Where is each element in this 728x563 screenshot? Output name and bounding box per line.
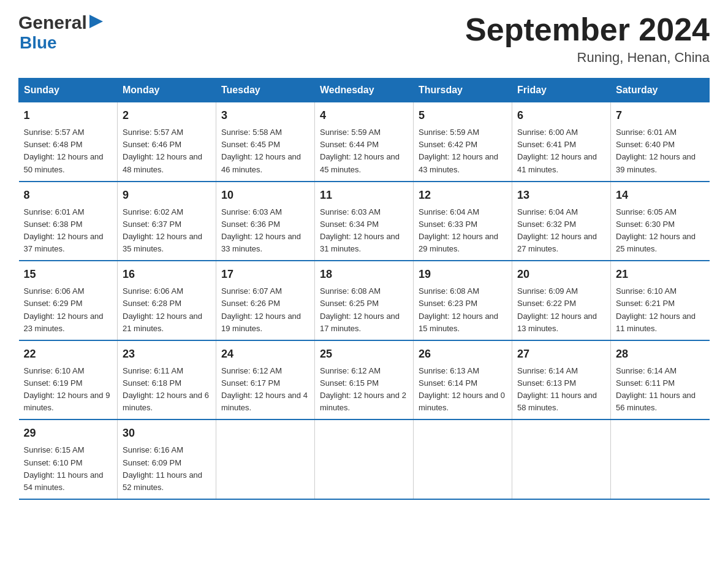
calendar-week-row: 22 Sunrise: 6:10 AMSunset: 6:19 PMDaylig… [19, 340, 710, 420]
day-number: 21 [616, 266, 705, 283]
table-row: 1 Sunrise: 5:57 AMSunset: 6:48 PMDayligh… [19, 102, 118, 182]
day-info: Sunrise: 6:14 AMSunset: 6:11 PMDaylight:… [616, 366, 696, 412]
table-row: 12 Sunrise: 6:04 AMSunset: 6:33 PMDaylig… [414, 182, 512, 261]
day-info: Sunrise: 6:00 AMSunset: 6:41 PMDaylight:… [517, 128, 597, 174]
day-number: 17 [221, 266, 309, 283]
day-number: 23 [123, 346, 211, 362]
table-row: 3 Sunrise: 5:58 AMSunset: 6:45 PMDayligh… [216, 102, 315, 182]
page-header: General Blue September 2024 Runing, Hena… [18, 12, 710, 66]
day-info: Sunrise: 5:57 AMSunset: 6:48 PMDaylight:… [24, 128, 104, 174]
day-number: 12 [419, 187, 507, 204]
table-row: 14 Sunrise: 6:05 AMSunset: 6:30 PMDaylig… [611, 182, 710, 261]
table-row: 24 Sunrise: 6:12 AMSunset: 6:17 PMDaylig… [216, 340, 315, 420]
table-row: 4 Sunrise: 5:59 AMSunset: 6:44 PMDayligh… [315, 102, 414, 182]
table-row: 9 Sunrise: 6:02 AMSunset: 6:37 PMDayligh… [118, 182, 216, 261]
day-info: Sunrise: 6:07 AMSunset: 6:26 PMDaylight:… [221, 286, 301, 332]
day-info: Sunrise: 5:59 AMSunset: 6:42 PMDaylight:… [419, 128, 498, 174]
logo: General Blue [18, 12, 103, 53]
header-monday: Monday [118, 79, 216, 102]
header-friday: Friday [512, 79, 611, 102]
day-info: Sunrise: 6:16 AMSunset: 6:09 PMDaylight:… [123, 445, 202, 491]
day-info: Sunrise: 6:08 AMSunset: 6:25 PMDaylight:… [320, 286, 400, 332]
day-info: Sunrise: 5:59 AMSunset: 6:44 PMDaylight:… [320, 128, 400, 174]
table-row: 2 Sunrise: 5:57 AMSunset: 6:46 PMDayligh… [118, 102, 216, 182]
day-number: 24 [221, 346, 309, 362]
table-row: 27 Sunrise: 6:14 AMSunset: 6:13 PMDaylig… [512, 340, 611, 420]
table-row: 30 Sunrise: 6:16 AMSunset: 6:09 PMDaylig… [118, 419, 216, 499]
day-number: 11 [320, 187, 408, 204]
table-row: 5 Sunrise: 5:59 AMSunset: 6:42 PMDayligh… [414, 102, 512, 182]
table-row: 13 Sunrise: 6:04 AMSunset: 6:32 PMDaylig… [512, 182, 611, 261]
day-info: Sunrise: 6:14 AMSunset: 6:13 PMDaylight:… [517, 366, 597, 412]
day-number: 5 [419, 107, 507, 124]
day-number: 7 [616, 107, 705, 124]
day-number: 30 [123, 425, 211, 442]
calendar-week-row: 15 Sunrise: 6:06 AMSunset: 6:29 PMDaylig… [19, 261, 710, 340]
day-info: Sunrise: 6:02 AMSunset: 6:37 PMDaylight:… [123, 207, 202, 253]
day-number: 29 [24, 425, 113, 442]
day-info: Sunrise: 6:03 AMSunset: 6:36 PMDaylight:… [221, 207, 301, 253]
day-number: 2 [123, 107, 211, 124]
table-row: 22 Sunrise: 6:10 AMSunset: 6:19 PMDaylig… [19, 340, 118, 420]
table-row [611, 419, 710, 499]
calendar-subtitle: Runing, Henan, China [465, 50, 710, 66]
day-info: Sunrise: 6:08 AMSunset: 6:23 PMDaylight:… [419, 286, 498, 332]
svg-marker-0 [89, 15, 103, 28]
day-info: Sunrise: 5:58 AMSunset: 6:45 PMDaylight:… [221, 128, 301, 174]
title-block: September 2024 Runing, Henan, China [465, 12, 710, 66]
day-info: Sunrise: 6:12 AMSunset: 6:17 PMDaylight:… [221, 366, 308, 412]
day-number: 25 [320, 346, 408, 362]
day-number: 16 [123, 266, 211, 283]
day-info: Sunrise: 6:12 AMSunset: 6:15 PMDaylight:… [320, 366, 406, 412]
table-row: 6 Sunrise: 6:00 AMSunset: 6:41 PMDayligh… [512, 102, 611, 182]
day-info: Sunrise: 6:13 AMSunset: 6:14 PMDaylight:… [419, 366, 505, 412]
day-number: 18 [320, 266, 408, 283]
day-info: Sunrise: 6:01 AMSunset: 6:38 PMDaylight:… [24, 207, 104, 253]
day-info: Sunrise: 6:09 AMSunset: 6:22 PMDaylight:… [517, 286, 597, 332]
table-row: 26 Sunrise: 6:13 AMSunset: 6:14 PMDaylig… [414, 340, 512, 420]
day-number: 22 [24, 346, 113, 362]
day-info: Sunrise: 6:10 AMSunset: 6:19 PMDaylight:… [24, 366, 110, 412]
calendar-title: September 2024 [465, 12, 710, 47]
day-info: Sunrise: 6:04 AMSunset: 6:33 PMDaylight:… [419, 207, 498, 253]
table-row: 28 Sunrise: 6:14 AMSunset: 6:11 PMDaylig… [611, 340, 710, 420]
logo-blue: Blue [20, 33, 57, 53]
logo-general: General [18, 12, 87, 33]
day-number: 26 [419, 346, 507, 362]
header-tuesday: Tuesday [216, 79, 315, 102]
table-row [414, 419, 512, 499]
calendar-table: Sunday Monday Tuesday Wednesday Thursday… [18, 78, 710, 500]
day-number: 3 [221, 107, 309, 124]
day-info: Sunrise: 6:15 AMSunset: 6:10 PMDaylight:… [24, 445, 104, 491]
table-row: 21 Sunrise: 6:10 AMSunset: 6:21 PMDaylig… [611, 261, 710, 340]
table-row: 7 Sunrise: 6:01 AMSunset: 6:40 PMDayligh… [611, 102, 710, 182]
table-row: 29 Sunrise: 6:15 AMSunset: 6:10 PMDaylig… [19, 419, 118, 499]
logo-arrow-icon [89, 15, 103, 28]
calendar-week-row: 29 Sunrise: 6:15 AMSunset: 6:10 PMDaylig… [19, 419, 710, 499]
day-info: Sunrise: 6:01 AMSunset: 6:40 PMDaylight:… [616, 128, 696, 174]
calendar-header-row: Sunday Monday Tuesday Wednesday Thursday… [19, 79, 710, 102]
table-row: 17 Sunrise: 6:07 AMSunset: 6:26 PMDaylig… [216, 261, 315, 340]
day-number: 13 [517, 187, 605, 204]
day-info: Sunrise: 6:03 AMSunset: 6:34 PMDaylight:… [320, 207, 400, 253]
table-row [315, 419, 414, 499]
day-number: 27 [517, 346, 605, 362]
day-info: Sunrise: 6:06 AMSunset: 6:28 PMDaylight:… [123, 286, 202, 332]
table-row: 25 Sunrise: 6:12 AMSunset: 6:15 PMDaylig… [315, 340, 414, 420]
day-info: Sunrise: 6:11 AMSunset: 6:18 PMDaylight:… [123, 366, 209, 412]
day-number: 9 [123, 187, 211, 204]
day-number: 28 [616, 346, 705, 362]
calendar-week-row: 1 Sunrise: 5:57 AMSunset: 6:48 PMDayligh… [19, 102, 710, 182]
day-info: Sunrise: 6:05 AMSunset: 6:30 PMDaylight:… [616, 207, 696, 253]
day-info: Sunrise: 6:06 AMSunset: 6:29 PMDaylight:… [24, 286, 104, 332]
table-row: 16 Sunrise: 6:06 AMSunset: 6:28 PMDaylig… [118, 261, 216, 340]
day-number: 14 [616, 187, 705, 204]
day-number: 19 [419, 266, 507, 283]
header-sunday: Sunday [19, 79, 118, 102]
header-wednesday: Wednesday [315, 79, 414, 102]
header-thursday: Thursday [414, 79, 512, 102]
table-row [216, 419, 315, 499]
table-row [512, 419, 611, 499]
table-row: 11 Sunrise: 6:03 AMSunset: 6:34 PMDaylig… [315, 182, 414, 261]
day-info: Sunrise: 6:10 AMSunset: 6:21 PMDaylight:… [616, 286, 696, 332]
